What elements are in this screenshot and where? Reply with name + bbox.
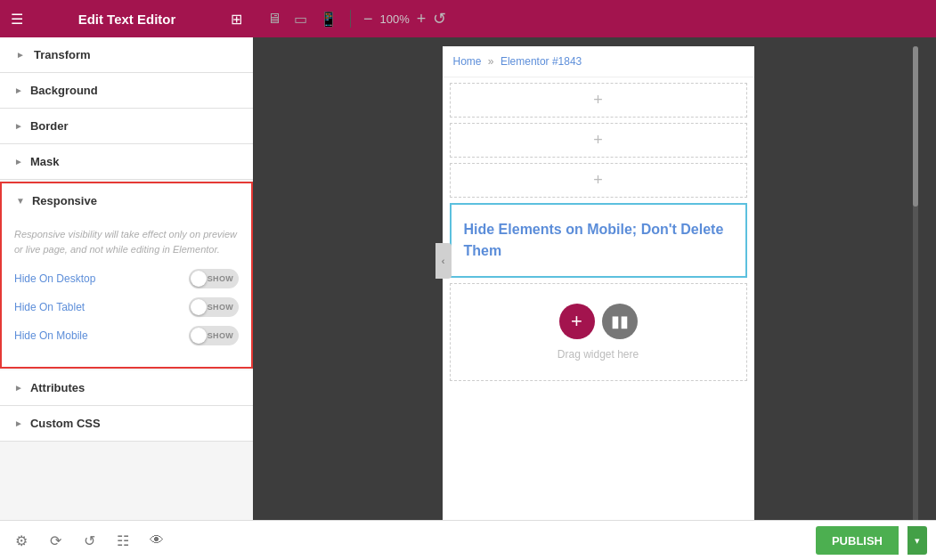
publish-button[interactable]: PUBLISH — [816, 526, 899, 555]
attributes-section: ► Attributes — [0, 370, 253, 406]
canvas-section-2: + — [450, 123, 747, 158]
hide-mobile-toggle[interactable]: SHOW — [189, 326, 239, 345]
text-widget-content: Hide Elements on Mobile; Don't Delete Th… — [464, 219, 733, 262]
breadcrumb: Home » Elementor #1843 — [443, 46, 754, 77]
responsive-content: Responsive visibility will take effect o… — [2, 218, 251, 367]
top-bar: ☰ Edit Text Editor ⊞ 🖥 ▭ 📱 − 100% + ↺ — [0, 0, 936, 37]
breadcrumb-page[interactable]: Elementor #1843 — [501, 55, 582, 68]
responsive-note: Responsive visibility will take effect o… — [14, 227, 239, 256]
tablet-device-icon[interactable]: ▭ — [294, 11, 307, 28]
scrollbar-thumb — [913, 46, 918, 207]
custom-css-label: Custom CSS — [30, 417, 101, 430]
custom-css-header[interactable]: ► Custom CSS — [0, 406, 253, 441]
bottom-bar: ⚙ ⟳ ↺ ☷ 👁 PUBLISH ▾ — [0, 520, 936, 560]
zoom-value: 100% — [380, 12, 410, 26]
hamburger-icon[interactable]: ☰ — [11, 11, 23, 28]
hide-mobile-label: Hide On Mobile — [14, 329, 88, 342]
grid-icon[interactable]: ⊞ — [231, 11, 242, 28]
attributes-label: Attributes — [30, 381, 85, 394]
widget-settings-button[interactable]: ▮▮ — [602, 304, 638, 339]
chevron-right-icon: ► — [14, 121, 23, 131]
add-widget-button[interactable]: + — [559, 304, 595, 339]
main-layout: ► Transform ► Background ► Border ► Mask — [0, 37, 936, 520]
transform-header[interactable]: ► Transform — [0, 37, 253, 72]
chevron-right-icon: ► — [14, 383, 23, 393]
chevron-right-icon: ► — [14, 157, 23, 166]
toggle-knob — [191, 328, 207, 344]
toggle-show-text: SHOW — [208, 303, 233, 312]
hide-mobile-row: Hide On Mobile SHOW — [14, 326, 239, 345]
zoom-in-button[interactable]: + — [417, 11, 427, 27]
top-bar-left: ☰ Edit Text Editor ⊞ — [0, 11, 253, 28]
responsive-label: Responsive — [32, 194, 97, 207]
top-bar-controls: 🖥 ▭ 📱 − 100% + ↺ — [253, 10, 936, 28]
mask-header[interactable]: ► Mask — [0, 144, 253, 179]
transform-label: Transform — [34, 48, 91, 61]
canvas-section-1: + — [450, 83, 747, 118]
toggle-show-text: SHOW — [208, 331, 233, 340]
page-title: Edit Text Editor — [32, 12, 222, 27]
canvas-frame: Home » Elementor #1843 + + + Hide Elemen… — [443, 46, 754, 520]
add-section-button-3[interactable]: + — [593, 171, 603, 190]
text-widget[interactable]: Hide Elements on Mobile; Don't Delete Th… — [450, 203, 747, 278]
zoom-controls: − 100% + ↺ — [363, 11, 446, 27]
eye-icon[interactable]: 👁 — [144, 528, 169, 553]
chevron-right-icon: ► — [14, 85, 23, 95]
responsive-section: ▼ Responsive Responsive visibility will … — [0, 182, 253, 369]
background-section: ► Background — [0, 73, 253, 109]
toggle-knob — [191, 271, 207, 287]
background-label: Background — [30, 84, 98, 97]
chevron-right-icon: ► — [14, 418, 23, 428]
mask-section: ► Mask — [0, 144, 253, 180]
drag-widget-area: + ▮▮ Drag widget here — [450, 283, 747, 381]
hide-tablet-row: Hide On Tablet SHOW — [14, 297, 239, 317]
border-label: Border — [30, 119, 69, 133]
add-section-button-2[interactable]: + — [593, 131, 603, 150]
add-section-button-1[interactable]: + — [593, 91, 603, 110]
hide-desktop-toggle[interactable]: SHOW — [189, 269, 239, 288]
hide-tablet-label: Hide On Tablet — [14, 301, 85, 313]
zoom-out-button[interactable]: − — [363, 11, 373, 27]
responsive-header[interactable]: ▼ Responsive — [2, 183, 251, 218]
settings-icon[interactable]: ⚙ — [9, 528, 34, 553]
toggle-knob — [191, 299, 207, 315]
toggle-show-text: SHOW — [208, 274, 233, 283]
hide-desktop-row: Hide On Desktop SHOW — [14, 269, 239, 288]
border-header[interactable]: ► Border — [0, 109, 253, 143]
chevron-down-icon: ▼ — [16, 196, 25, 206]
chevron-right-icon: ► — [14, 49, 27, 61]
drag-widget-text: Drag widget here — [558, 348, 639, 361]
transform-section: ► Transform — [0, 37, 253, 73]
publish-dropdown-button[interactable]: ▾ — [908, 526, 927, 555]
navigator-icon[interactable]: ☷ — [110, 528, 135, 553]
breadcrumb-separator: » — [488, 55, 494, 68]
background-header[interactable]: ► Background — [0, 73, 253, 108]
scrollbar[interactable] — [913, 46, 918, 520]
drag-widget-buttons: + ▮▮ — [559, 304, 638, 339]
undo-button[interactable]: ↺ — [433, 11, 446, 27]
separator — [350, 10, 351, 28]
desktop-device-icon[interactable]: 🖥 — [267, 11, 281, 27]
canvas-section-3: + — [450, 163, 747, 198]
canvas-area: ‹ Home » Elementor #1843 + + + Hide Elem… — [253, 37, 936, 520]
history-icon[interactable]: ⟳ — [43, 528, 68, 553]
mobile-device-icon[interactable]: 📱 — [320, 11, 338, 28]
attributes-header[interactable]: ► Attributes — [0, 370, 253, 405]
collapse-tab[interactable]: ‹ — [435, 243, 452, 279]
breadcrumb-home[interactable]: Home — [453, 55, 482, 68]
undo-icon[interactable]: ↺ — [77, 528, 102, 553]
border-section: ► Border — [0, 109, 253, 144]
hide-tablet-toggle[interactable]: SHOW — [189, 297, 239, 317]
mask-label: Mask — [30, 155, 60, 168]
hide-desktop-label: Hide On Desktop — [14, 272, 95, 285]
custom-css-section: ► Custom CSS — [0, 406, 253, 442]
sidebar: ► Transform ► Background ► Border ► Mask — [0, 37, 253, 520]
